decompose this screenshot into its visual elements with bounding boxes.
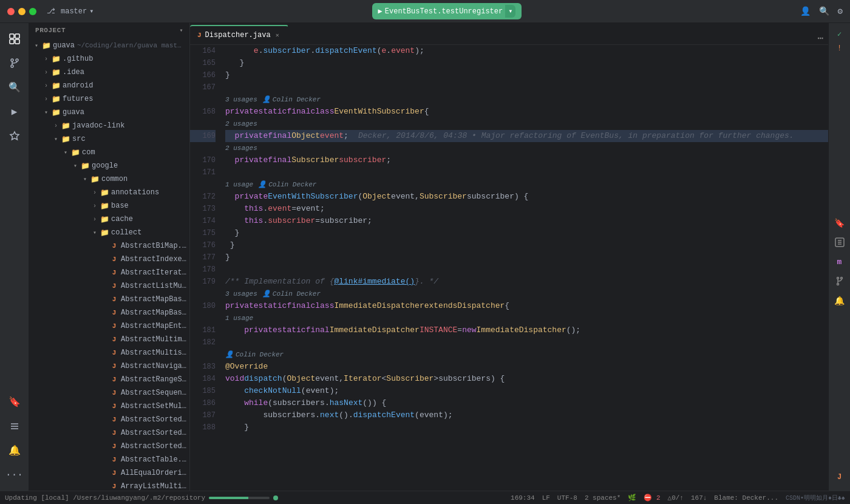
folder-icon: 📁 xyxy=(80,162,90,171)
svg-point-5 xyxy=(11,65,13,67)
line-num-183: 183 xyxy=(190,361,216,373)
status-dot xyxy=(273,495,278,500)
activity-run-icon[interactable]: ▶ xyxy=(4,101,25,123)
guava-path: ~/Coding/learn/guava mast… xyxy=(77,42,182,49)
sidebar-item-annotations[interactable]: › 📁 annotations xyxy=(29,186,189,199)
warning-icon: ! xyxy=(837,44,841,53)
java-file-icon: J xyxy=(109,322,119,330)
sidebar-item-abstractsortedsetl[interactable]: › J AbstractSortedSetl… xyxy=(29,440,189,453)
sidebar-item-abstractnavigable[interactable]: › J AbstractNavigable… xyxy=(29,359,189,373)
sidebar-item-label-cache: cache xyxy=(111,215,133,223)
maximize-button[interactable] xyxy=(29,8,36,15)
sidebar-item-abstractbimap[interactable]: › J AbstractBiMap.java xyxy=(29,239,189,253)
sidebar-item-abstractsortedmul[interactable]: › J AbstractSortedMul… xyxy=(29,426,189,440)
sidebar-item-base[interactable]: › 📁 base xyxy=(29,199,189,213)
search-icon[interactable]: 🔍 xyxy=(819,6,829,16)
tabs-bar: J Dispatcher.java ✕ ⋯ xyxy=(190,23,828,45)
folder-icon: 📁 xyxy=(61,135,70,144)
sidebar-item-label: .github xyxy=(63,55,93,63)
sidebar-item-abstractsequential[interactable]: › J AbstractSequential… xyxy=(29,386,189,400)
sidebar-item-abstractmapentry[interactable]: › J AbstractMapEntry.j… xyxy=(29,319,189,333)
sidebar-item-abstractsortedkey[interactable]: › J AbstractSortedKey… xyxy=(29,413,189,426)
sidebar-item-abstractrangeset[interactable]: › J AbstractRangeSet.j… xyxy=(29,373,189,386)
notifications-icon[interactable]: 🔔 xyxy=(831,292,848,309)
sidebar-item-cache[interactable]: › 📁 cache xyxy=(29,213,189,226)
sidebar-item-abstractmapbased1[interactable]: › J AbstractMapBased… xyxy=(29,293,189,306)
sidebar-item-label: AbstractBiMap.java xyxy=(121,242,187,250)
sidebar-item-label: collect xyxy=(111,228,141,237)
sidebar-item-google[interactable]: ▾ 📁 google xyxy=(29,159,189,172)
line-num-meta6 xyxy=(190,312,216,324)
activity-bottom: 🔖 🔔 ··· xyxy=(4,391,25,491)
profile-icon[interactable]: 👤 xyxy=(800,6,811,16)
code-line-188: } xyxy=(225,421,828,434)
chevron-down-icon: ▾ xyxy=(90,229,100,236)
activity-more-icon[interactable]: ··· xyxy=(4,464,25,486)
sidebar-item-android[interactable]: › 📁 android xyxy=(29,79,189,92)
activity-bookmarks-icon[interactable]: 🔖 xyxy=(4,391,25,413)
run-button[interactable]: ▶ EventBusTest.testUnregister ▾ xyxy=(372,3,522,19)
editor-content[interactable]: 164 165 166 167 168 169 170 171 172 173 … xyxy=(190,45,828,491)
run-dropdown-icon[interactable]: ▾ xyxy=(505,5,515,18)
sidebar-item-label: AbstractMultiset.ja… xyxy=(121,349,187,357)
close-button[interactable] xyxy=(7,8,15,15)
sidebar-item-abstractmultiset[interactable]: › J AbstractMultiset.ja… xyxy=(29,346,189,359)
sidebar-item-common[interactable]: ▾ 📁 common xyxy=(29,172,189,186)
encoding: UTF-8 xyxy=(557,494,577,502)
sidebar-item-abstractsetmultim[interactable]: › J AbstractSetMultim… xyxy=(29,400,189,413)
tab-close-button[interactable]: ✕ xyxy=(274,31,280,39)
line-num-meta2 xyxy=(190,118,216,130)
structure-panel-icon[interactable] xyxy=(831,234,848,251)
sidebar-item-allequalordering[interactable]: › J AllEqualOrdering.ja… xyxy=(29,466,189,480)
folder-icon: 📁 xyxy=(61,121,70,131)
java-file-icon: J xyxy=(109,456,119,463)
sidebar-item-abstractiterator[interactable]: › J AbstractIterator.jav… xyxy=(29,266,189,279)
tab-dispatcher-java[interactable]: J Dispatcher.java ✕ xyxy=(190,25,288,44)
sidebar-item-label: guava xyxy=(53,41,75,50)
branch-selector[interactable]: master ▾ xyxy=(61,7,93,16)
sidebar-item-collect[interactable]: ▾ 📁 collect xyxy=(29,226,189,239)
activity-plugins-icon[interactable] xyxy=(4,125,25,147)
chevron-right-icon: › xyxy=(41,83,51,89)
sidebar-item-label: AllEqualOrdering.ja… xyxy=(121,469,187,477)
sidebar-item-abstractmapbased2[interactable]: › J AbstractMapBased… xyxy=(29,306,189,319)
chevron-down-icon: ▾ xyxy=(32,42,41,49)
code-line-185: checkNotNull( event); xyxy=(225,385,828,397)
sidebar-item-com[interactable]: ▾ 📁 com xyxy=(29,146,189,159)
more-tabs-icon[interactable]: ⋯ xyxy=(817,32,823,44)
sidebar-item-abstracttable[interactable]: › J AbstractTable.java xyxy=(29,453,189,466)
sidebar-item-src[interactable]: ▾ 📁 src xyxy=(29,132,189,146)
sidebar-item-guava-root[interactable]: ▾ 📁 guava ~/Coding/learn/guava mast… xyxy=(29,39,189,52)
line-num-185: 185 xyxy=(190,385,216,397)
chevron-right-icon: › xyxy=(90,216,100,223)
bookmark-icon[interactable]: 🔖 xyxy=(831,214,848,231)
sidebar-item-guava-sub[interactable]: ▾ 📁 guava xyxy=(29,106,189,119)
sidebar-item-label: AbstractMultimap.j… xyxy=(121,335,187,344)
meta-line-1: 3 usages 👤 Colin Decker xyxy=(225,94,828,106)
java-file-icon: J xyxy=(109,256,119,263)
line-num-177: 177 xyxy=(190,251,216,264)
settings-icon[interactable]: ⚙ xyxy=(838,6,843,16)
sidebar-item-abstractindexed[interactable]: › J AbstractIndexedLis… xyxy=(29,253,189,266)
sidebar-item-idea[interactable]: › 📁 .idea xyxy=(29,66,189,79)
activity-search-icon[interactable]: 🔍 xyxy=(4,77,25,98)
code-line-165: } xyxy=(225,57,828,69)
sidebar-item-arraylistmultimap[interactable]: › J ArrayListMultimap.j… xyxy=(29,480,189,491)
line-num-174: 174 xyxy=(190,215,216,227)
sidebar-item-label: AbstractMapBased… xyxy=(121,308,187,317)
activity-structure-icon[interactable] xyxy=(4,415,25,437)
git-branches-icon[interactable] xyxy=(831,273,848,290)
activity-notifications-icon[interactable]: 🔔 xyxy=(4,440,25,461)
traffic-lights xyxy=(7,8,36,15)
rt-external-icon[interactable]: J xyxy=(831,469,848,486)
maven-icon[interactable]: m xyxy=(831,253,848,270)
sidebar-item-github[interactable]: › 📁 .github xyxy=(29,52,189,66)
status-progress: Updating [local] /Users/liuwangyang/.m2/… xyxy=(5,494,278,502)
sidebar-item-abstractlistmulti[interactable]: › J AbstractListMultim… xyxy=(29,279,189,293)
activity-vcs-icon[interactable] xyxy=(4,52,25,74)
sidebar-item-javadoc-link[interactable]: › 📁 javadoc-link xyxy=(29,119,189,132)
activity-project-icon[interactable] xyxy=(4,28,25,50)
minimize-button[interactable] xyxy=(18,8,25,15)
sidebar-item-abstractmultimap[interactable]: › J AbstractMultimap.j… xyxy=(29,333,189,346)
sidebar-item-futures[interactable]: › 📁 futures xyxy=(29,92,189,106)
